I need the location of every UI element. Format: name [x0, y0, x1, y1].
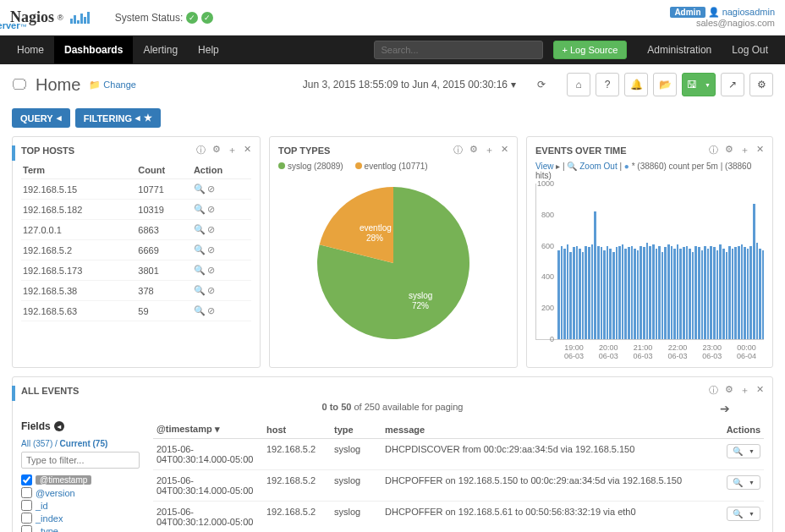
plus-icon[interactable]: ＋	[740, 144, 749, 156]
bar[interactable]	[677, 244, 679, 339]
bar[interactable]	[656, 249, 658, 339]
save-button[interactable]: 🖫	[682, 73, 716, 96]
bar[interactable]	[607, 246, 609, 339]
bell-button[interactable]: 🔔	[624, 73, 648, 96]
change-link[interactable]: 📁 Change	[89, 80, 136, 90]
nav-dashboards[interactable]: Dashboards	[54, 36, 133, 63]
info-icon[interactable]: ⓘ	[709, 144, 718, 156]
filtering-pill[interactable]: FILTERING◂★	[75, 108, 161, 128]
nav-home[interactable]: Home	[7, 36, 54, 63]
bar[interactable]	[557, 250, 560, 339]
bar[interactable]	[567, 244, 569, 339]
view-link[interactable]: View	[535, 162, 554, 171]
time-range[interactable]: Jun 3, 2015 18:55:09 to Jun 4, 2015 00:3…	[303, 79, 516, 90]
field-checkbox[interactable]	[21, 513, 32, 524]
gear-icon[interactable]: ⚙	[725, 384, 733, 397]
bar[interactable]	[713, 247, 716, 339]
field-item[interactable]: @version	[21, 486, 140, 499]
bar[interactable]	[716, 250, 719, 339]
all-fields-link[interactable]: All (357)	[21, 439, 52, 448]
bar[interactable]	[747, 249, 749, 339]
bar[interactable]	[759, 249, 761, 339]
bar[interactable]	[701, 250, 704, 339]
field-item[interactable]: _index	[21, 512, 140, 524]
field-checkbox[interactable]	[21, 500, 32, 511]
ban-icon[interactable]: ⊘	[207, 305, 215, 316]
bar[interactable]	[722, 249, 725, 339]
field-checkbox[interactable]	[21, 525, 32, 532]
ban-icon[interactable]: ⊘	[207, 265, 215, 276]
bar[interactable]	[649, 246, 651, 339]
bar[interactable]	[732, 249, 734, 339]
bar[interactable]	[707, 249, 710, 339]
legend-item[interactable]: syslog (28089)	[278, 162, 343, 171]
search-icon[interactable]: 🔍	[194, 204, 206, 215]
bar[interactable]	[671, 246, 673, 339]
plus-icon[interactable]: ＋	[228, 144, 237, 156]
zoom-out-link[interactable]: 🔍 Zoom Out	[567, 162, 617, 171]
field-checkbox[interactable]	[21, 487, 32, 498]
help-button[interactable]: ?	[596, 73, 619, 96]
close-icon[interactable]: ✕	[244, 144, 251, 156]
bar[interactable]	[616, 247, 618, 339]
info-icon[interactable]: ⓘ	[709, 384, 718, 397]
bar[interactable]	[726, 252, 728, 339]
gear-icon[interactable]: ⚙	[469, 144, 478, 156]
settings-button[interactable]: ⚙	[749, 73, 773, 96]
bar[interactable]	[631, 246, 634, 339]
nav-alerting[interactable]: Alerting	[133, 36, 188, 63]
query-pill[interactable]: QUERY◂	[12, 108, 70, 128]
ban-icon[interactable]: ⊘	[207, 204, 215, 215]
bar[interactable]	[603, 250, 606, 339]
search-icon[interactable]: 🔍	[194, 244, 206, 255]
bar[interactable]	[734, 247, 737, 339]
search-icon[interactable]: 🔍	[194, 265, 206, 276]
search-input[interactable]	[374, 41, 543, 59]
close-icon[interactable]: ✕	[756, 144, 764, 156]
bar[interactable]	[588, 247, 590, 339]
bar[interactable]	[661, 252, 664, 339]
field-item[interactable]: _id	[21, 499, 140, 512]
bar[interactable]	[744, 247, 746, 339]
bar[interactable]	[563, 249, 566, 339]
field-checkbox[interactable]	[21, 474, 32, 485]
bar[interactable]	[689, 249, 691, 339]
bar[interactable]	[749, 246, 752, 339]
bar[interactable]	[686, 246, 689, 339]
bar[interactable]	[664, 247, 667, 339]
home-button[interactable]: ⌂	[567, 73, 590, 96]
share-button[interactable]: ↗	[721, 73, 744, 96]
bar[interactable]	[628, 247, 630, 339]
chevron-left-icon[interactable]: ◂	[54, 421, 64, 431]
ban-icon[interactable]: ⊘	[207, 184, 215, 195]
bar[interactable]	[624, 249, 627, 339]
field-item[interactable]: _type	[21, 524, 140, 532]
plus-icon[interactable]: ＋	[740, 384, 749, 397]
ban-icon[interactable]: ⊘	[207, 224, 215, 235]
bar[interactable]	[569, 252, 572, 339]
bar[interactable]	[597, 246, 600, 339]
bar[interactable]	[762, 250, 765, 339]
row-action-button[interactable]: 🔍	[727, 507, 760, 521]
bar[interactable]	[679, 249, 682, 339]
bar[interactable]	[719, 244, 722, 339]
field-item-timestamp[interactable]: @timestamp	[21, 474, 140, 486]
gear-icon[interactable]: ⚙	[212, 144, 221, 156]
bar[interactable]	[609, 249, 612, 339]
fields-filter-input[interactable]	[21, 452, 140, 469]
gear-icon[interactable]: ⚙	[725, 144, 733, 156]
bar[interactable]	[673, 249, 676, 339]
search-icon[interactable]: 🔍	[194, 184, 206, 195]
bar[interactable]	[728, 246, 731, 339]
log-source-button[interactable]: + Log Source	[553, 41, 628, 59]
row-action-button[interactable]: 🔍	[727, 444, 760, 458]
nav-logout[interactable]: Log Out	[722, 36, 778, 63]
bar[interactable]	[594, 211, 596, 339]
nav-help[interactable]: Help	[188, 36, 229, 63]
next-page-icon[interactable]: ➔	[720, 402, 730, 415]
search-icon[interactable]: 🔍	[194, 285, 206, 296]
bar[interactable]	[640, 246, 642, 339]
bar[interactable]	[622, 244, 624, 339]
row-action-button[interactable]: 🔍	[727, 475, 760, 490]
ban-icon[interactable]: ⊘	[207, 285, 215, 296]
